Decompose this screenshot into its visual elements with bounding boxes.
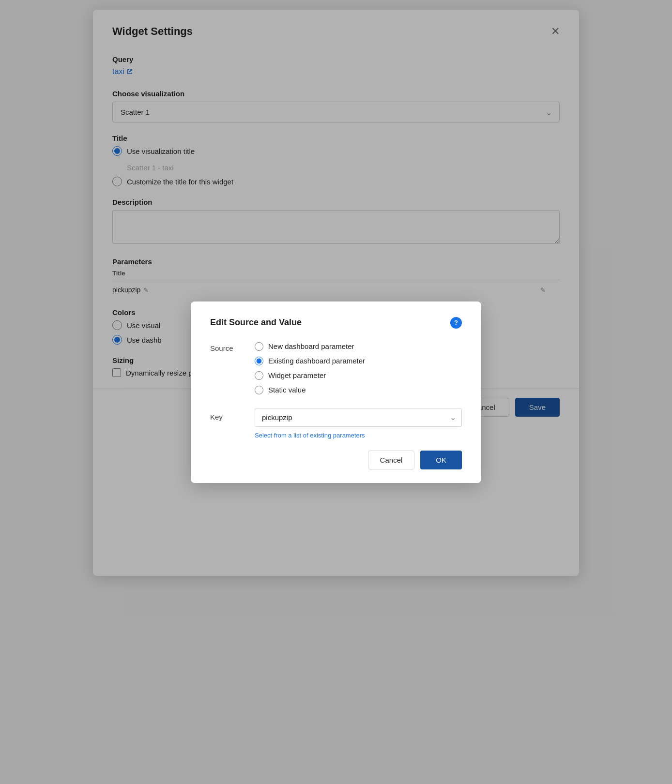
edit-source-value-dialog: Edit Source and Value ? Source New dashb… <box>191 302 481 483</box>
new-dashboard-param-label: New dashboard parameter <box>268 342 354 350</box>
widget-param-label: Widget parameter <box>268 371 326 379</box>
existing-dashboard-param-radio[interactable] <box>255 357 263 365</box>
inner-dialog-footer: Cancel OK <box>210 451 462 469</box>
dialog-ok-button[interactable]: OK <box>420 451 462 469</box>
inner-dialog-title: Edit Source and Value <box>210 317 302 328</box>
overlay: Edit Source and Value ? Source New dashb… <box>0 0 672 784</box>
static-value-option[interactable]: Static value <box>255 386 365 394</box>
key-row: Key ⌄ <box>210 408 462 427</box>
key-select-wrapper: ⌄ <box>255 408 462 427</box>
inner-dialog-header: Edit Source and Value ? <box>210 317 462 329</box>
new-dashboard-param-option[interactable]: New dashboard parameter <box>255 342 365 351</box>
key-label: Key <box>210 408 239 421</box>
source-options: New dashboard parameter Existing dashboa… <box>255 342 365 394</box>
help-icon[interactable]: ? <box>450 317 462 329</box>
static-value-label: Static value <box>268 386 306 394</box>
key-hint: Select from a list of existing parameter… <box>255 432 462 439</box>
source-row: Source New dashboard parameter Existing … <box>210 342 462 394</box>
static-value-radio[interactable] <box>255 386 263 394</box>
existing-dashboard-param-option[interactable]: Existing dashboard parameter <box>255 357 365 365</box>
existing-dashboard-param-label: Existing dashboard parameter <box>268 357 365 365</box>
key-select-input[interactable] <box>255 408 462 427</box>
source-label: Source <box>210 342 239 394</box>
new-dashboard-param-radio[interactable] <box>255 342 263 351</box>
widget-param-option[interactable]: Widget parameter <box>255 371 365 380</box>
dialog-cancel-button[interactable]: Cancel <box>368 451 415 469</box>
widget-param-radio[interactable] <box>255 371 263 380</box>
